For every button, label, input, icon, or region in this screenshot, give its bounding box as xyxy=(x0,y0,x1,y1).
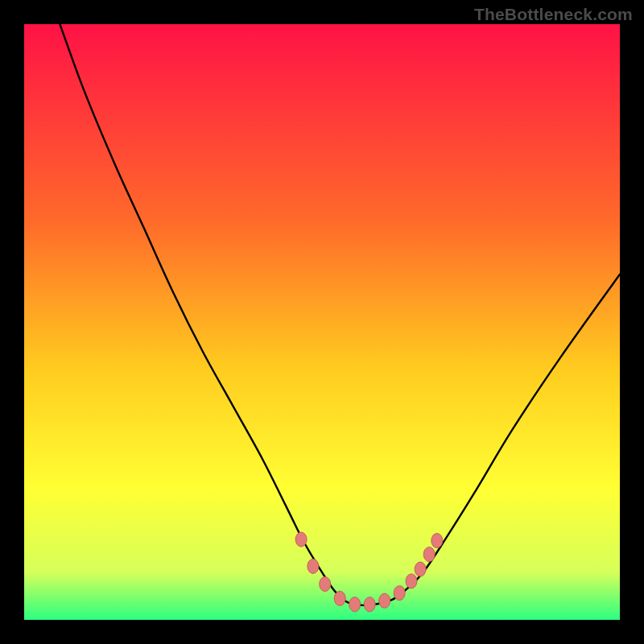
curve-marker xyxy=(406,574,417,588)
gradient-background xyxy=(24,24,620,620)
curve-marker xyxy=(364,597,375,612)
curve-marker xyxy=(431,534,443,548)
curve-marker xyxy=(423,547,435,562)
curve-marker xyxy=(320,577,331,592)
curve-marker xyxy=(415,562,426,576)
bottleneck-plot-svg xyxy=(24,24,620,620)
curve-marker xyxy=(379,593,390,608)
curve-marker xyxy=(394,586,405,601)
curve-marker xyxy=(308,559,319,573)
curve-marker xyxy=(349,597,361,612)
plot-area xyxy=(24,24,620,620)
chart-frame: TheBottleneck.com xyxy=(0,0,644,644)
watermark-text: TheBottleneck.com xyxy=(474,5,633,24)
curve-marker xyxy=(295,532,307,547)
curve-marker xyxy=(334,591,345,605)
